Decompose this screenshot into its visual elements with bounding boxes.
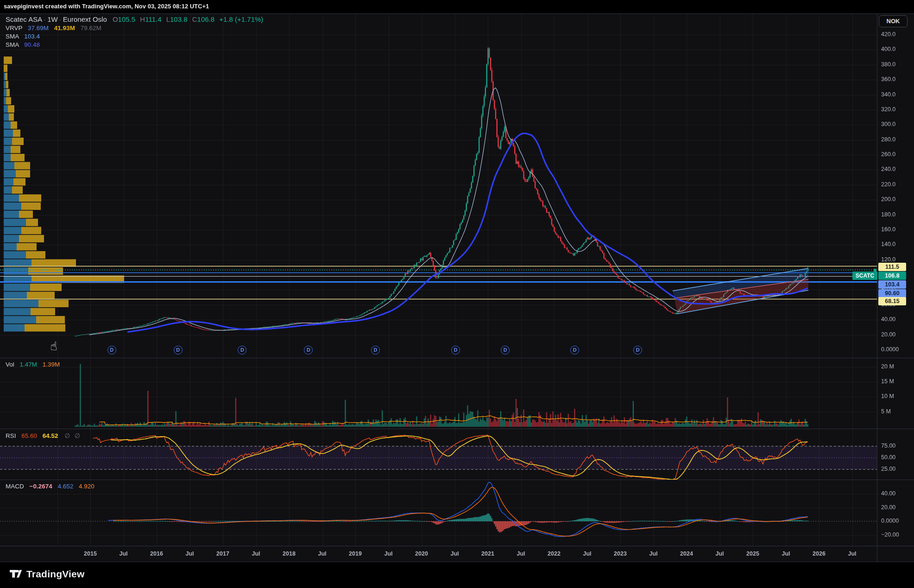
time-axis-label: 2025 xyxy=(746,550,759,557)
vrvp-label[interactable]: VRVP xyxy=(6,25,22,32)
sma-fast-label[interactable]: SMA xyxy=(6,33,19,40)
price-tick-label: 320.0 xyxy=(881,106,895,113)
low-value: 103.8 xyxy=(170,15,188,23)
macd-tick-label: −20.00 xyxy=(881,531,899,538)
sma-slow-label[interactable]: SMA xyxy=(6,41,19,48)
price-tick-label: 420.0 xyxy=(881,31,895,38)
symbol-legend[interactable]: Scatec ASA·1W·Euronext Oslo O105.5 H111.… xyxy=(6,15,263,23)
macd-legend[interactable]: MACD −0.2674 4.652 4.920 xyxy=(6,483,95,490)
currency-button[interactable]: NOK xyxy=(879,15,908,27)
time-axis-label: Jul xyxy=(517,550,525,557)
dividend-marker[interactable]: D xyxy=(451,346,460,354)
sma-slow-value: 90.48 xyxy=(20,41,40,48)
price-tick-label: 120.0 xyxy=(881,256,895,263)
sma-fast-legend[interactable]: SMA 103.4 xyxy=(6,33,40,40)
time-axis-label: 2019 xyxy=(349,550,362,557)
time-axis-label: 2016 xyxy=(150,550,163,557)
price-label-blue-line-1[interactable]: 103.4 xyxy=(878,280,906,289)
symbol-price-tag[interactable]: SCATC xyxy=(852,272,877,280)
volume-tick-label: 5 M xyxy=(881,408,891,415)
open-value: 105.5 xyxy=(118,15,136,23)
time-axis-label: 2015 xyxy=(84,550,97,557)
macd-tick-label: 0.0000 xyxy=(881,518,899,524)
symbol-name[interactable]: Scatec ASA xyxy=(6,15,42,23)
time-axis-label: Jul xyxy=(252,550,260,557)
time-axis-label: Jul xyxy=(583,550,591,557)
high-value: 111.4 xyxy=(145,15,161,23)
time-axis-label: Jul xyxy=(649,550,657,557)
volume-tick-label: 20 M xyxy=(881,363,894,370)
time-axis-label: 2021 xyxy=(481,550,494,557)
sma-fast-value: 103.4 xyxy=(20,33,40,40)
macd-tick-label: 20.00 xyxy=(881,504,895,511)
macd-tick-label: 40.00 xyxy=(881,490,895,497)
volume-ma-value: 1.39M xyxy=(39,361,60,368)
price-tick-label: 400.0 xyxy=(881,46,895,52)
time-axis-label: Jul xyxy=(715,550,724,557)
attribution-text: savepiginvest created with TradingView.c… xyxy=(4,3,209,10)
macd-hist-value: −0.2674 xyxy=(26,483,52,490)
high-label: H xyxy=(137,15,145,23)
time-axis-label: Jul xyxy=(119,550,127,557)
low-label: L xyxy=(164,15,170,23)
price-label-blue-line-2[interactable]: 90.60 xyxy=(878,289,906,297)
time-axis-label: Jul xyxy=(450,550,459,557)
time-axis-label: 2018 xyxy=(283,550,296,557)
time-axis-label: Jul xyxy=(185,550,194,557)
time-axis-label: 2017 xyxy=(216,550,229,557)
price-tick-label: 360.0 xyxy=(881,76,895,82)
price-tick-label: 220.0 xyxy=(881,181,895,188)
macd-label[interactable]: MACD xyxy=(6,483,24,490)
volume-tick-label: 15 M xyxy=(881,378,894,385)
chart-plot-area[interactable] xyxy=(0,0,914,588)
rsi-value: 65.60 xyxy=(18,432,37,439)
price-label-lower-line[interactable]: 68.15 xyxy=(878,297,906,305)
price-tick-label: 200.0 xyxy=(881,196,895,202)
volume-value: 1.47M xyxy=(16,361,38,368)
rsi-signal-value: 64.52 xyxy=(39,432,58,439)
time-axis-label: 2024 xyxy=(680,550,693,557)
price-tick-label: 280.0 xyxy=(881,136,895,143)
time-axis-label: 2026 xyxy=(813,550,826,557)
vrvp-legend[interactable]: VRVP 37.69M 41.93M 79.62M xyxy=(6,25,101,32)
macd-signal-value: 4.920 xyxy=(75,483,95,490)
price-tick-label: 140.0 xyxy=(881,241,895,247)
change-value: +1.8 (+1.71%) xyxy=(216,15,263,23)
sma-slow-legend[interactable]: SMA 90.48 xyxy=(6,41,40,48)
price-tick-label: 0.0000 xyxy=(881,346,899,353)
time-axis-label: Jul xyxy=(318,550,326,557)
time-axis-label: Jul xyxy=(848,550,856,557)
dividend-marker[interactable]: D xyxy=(107,346,116,354)
volume-legend[interactable]: Vol 1.47M 1.39M xyxy=(6,361,60,368)
rsi-tick-label: 25.00 xyxy=(881,466,895,472)
macd-line-value: 4.652 xyxy=(54,483,73,490)
price-tick-label: 340.0 xyxy=(881,91,895,98)
price-label-upper-line[interactable]: 111.5 xyxy=(878,263,906,271)
vrvp-value-3: 79.62M xyxy=(77,25,101,32)
close-label: C xyxy=(189,15,197,23)
close-value: 106.8 xyxy=(197,15,215,23)
rsi-label[interactable]: RSI xyxy=(6,432,16,439)
time-axis-label: 2020 xyxy=(415,550,428,557)
tradingview-logo-icon xyxy=(8,567,22,581)
rsi-legend[interactable]: RSI 65.60 64.52 ∅ ∅ xyxy=(6,432,80,439)
rsi-divergence-1: ∅ xyxy=(60,432,70,439)
interval[interactable]: 1W xyxy=(47,15,58,23)
tradingview-logo[interactable]: TradingView xyxy=(8,567,85,581)
volume-label[interactable]: Vol xyxy=(6,361,14,368)
rsi-tick-label: 50.00 xyxy=(881,454,895,461)
price-label-current[interactable]: 106.8 xyxy=(878,272,906,280)
price-tick-label: 20.00 xyxy=(881,331,895,338)
vrvp-value-2: 41.93M xyxy=(50,25,75,32)
time-axis-label: 2022 xyxy=(548,550,561,557)
volume-tick-label: 10 M xyxy=(881,393,894,399)
dividend-marker[interactable]: D xyxy=(371,346,380,354)
price-tick-label: 180.0 xyxy=(881,211,895,218)
open-label: O xyxy=(109,15,118,23)
rsi-divergence-2: ∅ xyxy=(72,432,80,439)
hand-cursor-icon: ☝ xyxy=(50,339,57,354)
tradingview-logo-text: TradingView xyxy=(26,569,85,580)
dividend-marker[interactable]: D xyxy=(174,346,183,354)
rsi-tick-label: 75.00 xyxy=(881,443,895,449)
exchange: Euronext Oslo xyxy=(63,15,107,23)
